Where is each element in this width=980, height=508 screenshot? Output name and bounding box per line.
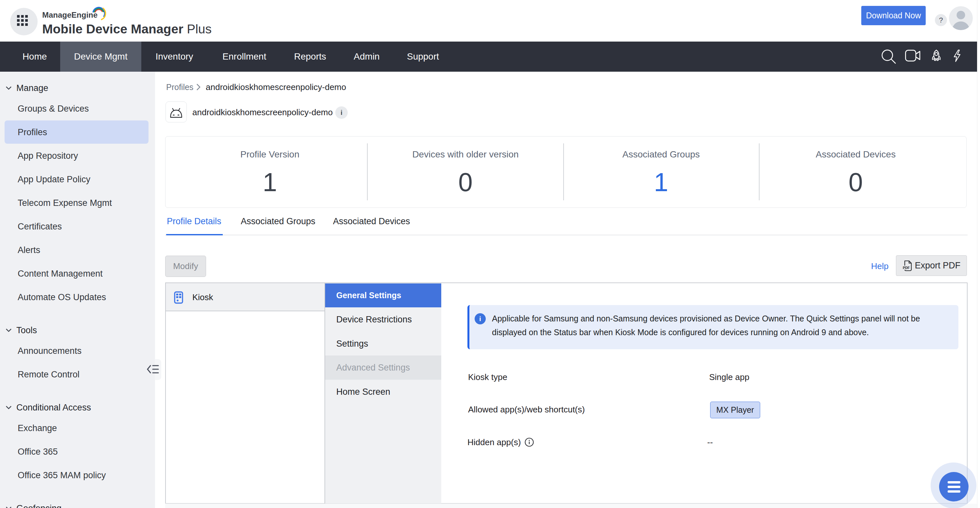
svg-text:PDF: PDF xyxy=(903,265,910,269)
